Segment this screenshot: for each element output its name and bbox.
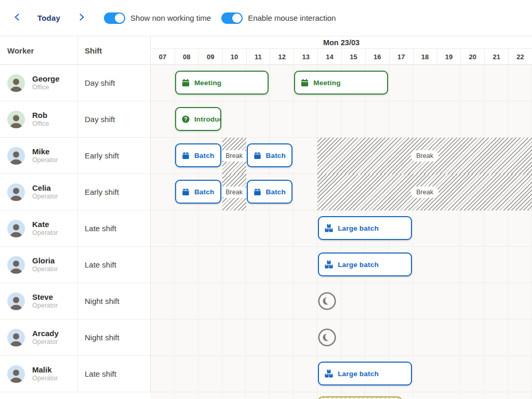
- schedule-row-arcady[interactable]: [151, 320, 532, 356]
- worker-role: Office: [32, 84, 60, 91]
- event-label: Meeting: [194, 79, 221, 87]
- worker-role: Operator: [32, 302, 58, 310]
- worker-identity: MikeOperator: [32, 147, 58, 164]
- worker-grid: Worker Shift GeorgeOfficeDay shiftRobOff…: [0, 36, 151, 399]
- batch-event[interactable]: Batch: [175, 180, 221, 204]
- event-label: Batch: [194, 188, 215, 196]
- toggle-knob: [232, 14, 242, 23]
- worker-row-rob[interactable]: RobOfficeDay shift: [0, 101, 151, 138]
- worker-row-george[interactable]: GeorgeOfficeDay shift: [0, 65, 151, 101]
- worker-column-header[interactable]: Worker: [0, 36, 78, 64]
- shift-cell: Day shift: [78, 65, 151, 101]
- worker-identity: SteveOperator: [32, 292, 58, 309]
- hour-tick-13: 13: [294, 49, 317, 64]
- introduction-event[interactable]: ?Introduction: [175, 107, 221, 131]
- hour-tick-09: 09: [198, 49, 222, 64]
- large-batch-event[interactable]: Large batch: [318, 252, 412, 276]
- batch-event[interactable]: Batch: [247, 180, 293, 204]
- worker-role: Operator: [32, 338, 59, 346]
- batch-event[interactable]: Batch: [175, 143, 221, 167]
- avatar: [7, 183, 25, 201]
- schedule-row-gloria[interactable]: Large batch: [151, 247, 532, 283]
- box-icon: [254, 188, 261, 196]
- schedule-row-celia[interactable]: BreakBreakBatchBatch: [151, 174, 532, 210]
- shift-cell: Late shift: [78, 247, 151, 283]
- break-label: Break: [222, 187, 246, 198]
- schedule-row-malik[interactable]: Large batch: [151, 356, 532, 392]
- moon-icon: [317, 340, 337, 349]
- worker-row-malik[interactable]: MalikOperatorLate shift: [0, 356, 151, 392]
- chevron-left-icon: [12, 12, 22, 24]
- worker-row-kate[interactable]: KateOperatorLate shift: [0, 210, 151, 247]
- worker-identity: MalikOperator: [32, 365, 58, 382]
- worker-cell: GeorgeOffice: [0, 65, 78, 101]
- worker-identity: GeorgeOffice: [32, 74, 60, 91]
- avatar: [7, 329, 25, 347]
- avatar: [7, 74, 25, 92]
- worker-cell: MikeOperator: [0, 138, 78, 174]
- schedule-row-rob[interactable]: ?Introduction: [151, 101, 532, 138]
- shift-column-header[interactable]: Shift: [78, 36, 151, 64]
- worker-row-celia[interactable]: CeliaOperatorEarly shift: [0, 174, 151, 210]
- worker-role: Operator: [32, 375, 58, 382]
- worker-name: Rob: [32, 111, 49, 119]
- previous-day-button[interactable]: [10, 11, 24, 25]
- worker-cell: KateOperator: [0, 210, 78, 246]
- show-non-working-time-toggle[interactable]: [104, 12, 125, 24]
- shift-cell: Night shift: [78, 320, 151, 355]
- schedule-row-kate[interactable]: Large batch: [151, 210, 532, 247]
- shift-scheduler-app: Today Show non working time Enable mouse…: [0, 0, 532, 399]
- worker-row-steve[interactable]: SteveOperatorNight shift: [0, 283, 151, 320]
- hour-axis: 07080910111213141516171819202122: [151, 49, 532, 65]
- enable-mouse-interaction-toggle[interactable]: [221, 12, 243, 24]
- avatar: [7, 292, 25, 310]
- hour-tick-11: 11: [246, 49, 270, 64]
- shift-cell: Early shift: [78, 138, 151, 174]
- large-batch-event[interactable]: Large batch: [318, 362, 412, 385]
- hour-tick-20: 20: [460, 49, 484, 64]
- clipped-event[interactable]: [318, 396, 402, 399]
- schedule-row-steve[interactable]: [151, 283, 532, 320]
- worker-role: Operator: [32, 156, 58, 164]
- large-batch-event[interactable]: Large batch: [318, 216, 412, 240]
- event-label: Large batch: [338, 261, 379, 269]
- worker-row-gloria[interactable]: GloriaOperatorLate shift: [0, 247, 151, 283]
- worker-cell: ArcadyOperator: [0, 320, 78, 355]
- meeting-event[interactable]: Meeting: [294, 71, 388, 95]
- schedule-row-george[interactable]: MeetingMeeting: [151, 65, 532, 101]
- schedule-row-mike[interactable]: BreakBreakBatchBatch: [151, 138, 532, 174]
- schedule-row-partial[interactable]: [151, 392, 532, 399]
- night-shift-moon-event[interactable]: [317, 328, 337, 347]
- grid-header-row: Worker Shift: [0, 36, 151, 65]
- worker-identity: RobOffice: [32, 111, 49, 127]
- boxes-icon: [325, 260, 333, 269]
- batch-event[interactable]: Batch: [247, 143, 293, 167]
- night-shift-moon-event[interactable]: [317, 291, 337, 311]
- question-icon: ?: [182, 115, 190, 123]
- worker-row-arcady[interactable]: ArcadyOperatorNight shift: [0, 320, 151, 356]
- worker-role: Office: [32, 120, 49, 128]
- day-header: Mon 23/03: [151, 36, 532, 49]
- worker-cell: RobOffice: [0, 101, 78, 137]
- meeting-event[interactable]: Meeting: [175, 71, 269, 95]
- moon-icon: [317, 303, 337, 312]
- toolbar: Today Show non working time Enable mouse…: [0, 0, 532, 36]
- worker-cell: CeliaOperator: [0, 174, 78, 210]
- break-non-working-zone: Break: [222, 174, 246, 210]
- avatar: [7, 220, 25, 237]
- shift-cell: Early shift: [78, 174, 151, 210]
- break-label: Break: [411, 187, 438, 198]
- shift-cell: Late shift: [78, 356, 151, 392]
- next-day-button[interactable]: [75, 11, 88, 25]
- event-label: Introduction: [194, 115, 221, 123]
- hour-tick-18: 18: [413, 49, 437, 64]
- worker-row-mike[interactable]: MikeOperatorEarly shift: [0, 138, 151, 174]
- hour-tick-15: 15: [341, 49, 365, 64]
- event-label: Batch: [266, 188, 286, 196]
- hour-tick-17: 17: [389, 49, 413, 64]
- worker-name: Celia: [32, 183, 58, 192]
- chevron-right-icon: [77, 12, 86, 24]
- worker-role: Operator: [32, 229, 58, 237]
- worker-row-partial: [0, 392, 151, 399]
- today-button[interactable]: Today: [37, 14, 60, 22]
